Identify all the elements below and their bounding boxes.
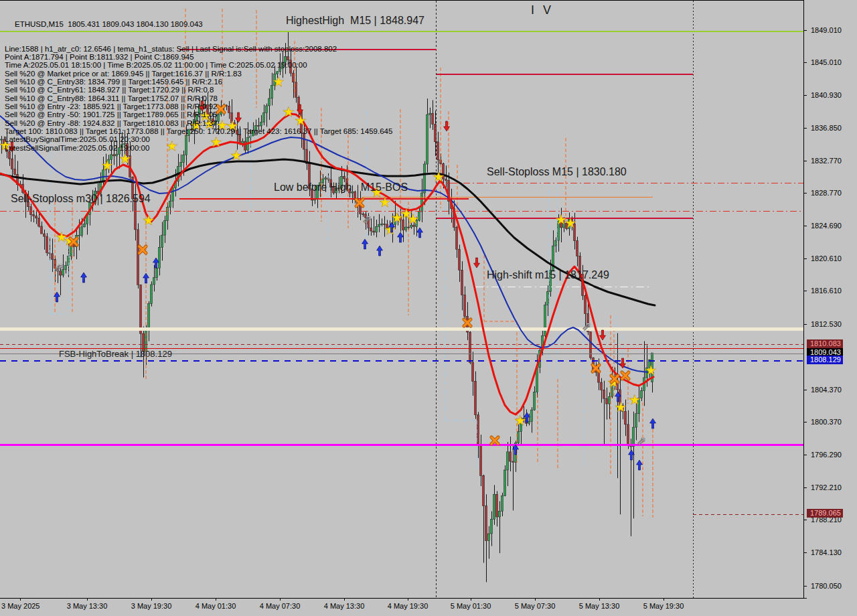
buy-arrow-icon xyxy=(377,246,383,256)
price-tick-label: 1849.010 xyxy=(811,26,842,34)
candle-bear xyxy=(456,227,458,249)
price-tick xyxy=(804,390,807,390)
chart-window: ★★★★★★★★★★★★★★★★★★★★★★★★★★★★★★★⇗⇗⇗⇗ ETHU… xyxy=(0,0,857,616)
time-tick-label: 5 May 13:30 xyxy=(579,602,620,610)
candle-bear xyxy=(38,218,40,226)
price-tick xyxy=(804,193,807,194)
candle-bull xyxy=(493,494,495,519)
candle-bear xyxy=(370,228,372,231)
star-signal-icon: ★ xyxy=(0,137,11,153)
candle-bear xyxy=(244,141,246,150)
buy-arrow-icon xyxy=(398,232,404,242)
candle-bear xyxy=(437,142,439,160)
candle-bull xyxy=(260,122,262,126)
candle-bear xyxy=(46,236,48,253)
price-tick-label: 1800.370 xyxy=(811,418,842,426)
candle-bear xyxy=(512,461,514,462)
candle-bull xyxy=(429,113,431,114)
candle-bear xyxy=(598,372,600,382)
star-signal-icon: ★ xyxy=(514,412,526,429)
time-tick-label: 5 May 07:30 xyxy=(515,602,556,610)
candle-bear xyxy=(464,295,466,317)
candle-bear xyxy=(41,226,43,234)
time-axis[interactable]: 3 May 20253 May 13:303 May 19:304 May 01… xyxy=(0,599,857,616)
time-tick xyxy=(20,599,21,601)
candle-bear xyxy=(627,425,629,445)
price-tick-label: 1780.050 xyxy=(811,582,842,590)
price-tick xyxy=(804,422,807,422)
candle-bull xyxy=(544,305,546,335)
candle-bear xyxy=(35,216,37,218)
star-signal-icon: ★ xyxy=(210,134,222,150)
price-tick xyxy=(804,30,807,31)
candle-bear xyxy=(11,159,13,169)
candle-bear xyxy=(333,187,335,193)
buy-arrow-icon xyxy=(81,273,87,283)
star-signal-icon: ★ xyxy=(295,112,307,129)
candle-bull xyxy=(609,396,611,404)
candle-bear xyxy=(290,60,292,73)
candle-bull xyxy=(534,392,536,410)
time-tick-label: 5 May 01:30 xyxy=(451,602,491,610)
candle-bear xyxy=(44,234,46,236)
candle-bull xyxy=(268,98,270,106)
star-signal-icon: ★ xyxy=(143,212,155,228)
price-tick xyxy=(804,291,807,291)
candle-bull xyxy=(121,145,123,148)
candle-bull xyxy=(151,285,153,303)
buy-arrow-icon xyxy=(637,460,643,470)
candle-bear xyxy=(601,382,603,390)
candle-bull xyxy=(338,188,340,189)
time-tick xyxy=(344,599,345,601)
buy-arrow-icon xyxy=(650,418,656,429)
candle-bull xyxy=(252,131,254,137)
time-tick-label: 3 May 2025 xyxy=(1,602,40,610)
candle-bear xyxy=(480,445,482,476)
price-tick xyxy=(804,161,807,161)
candle-bull xyxy=(555,240,557,246)
price-tick xyxy=(804,226,807,226)
price-level-badge: 1808.129 xyxy=(807,356,843,364)
candle-bull xyxy=(405,227,407,230)
price-tick-label: 1836.850 xyxy=(811,124,842,132)
star-signal-icon: ★ xyxy=(379,194,391,210)
candle-bull xyxy=(78,235,80,236)
candle-bull xyxy=(172,188,174,201)
buy-arrow-icon xyxy=(417,228,423,238)
price-tick xyxy=(804,487,807,488)
time-tick xyxy=(151,599,152,601)
candle-bull xyxy=(81,227,83,235)
price-tick xyxy=(804,586,807,587)
price-chart-canvas[interactable]: ★★★★★★★★★★★★★★★★★★★★★★★★★★★★★★★⇗⇗⇗⇗ xyxy=(0,1,803,599)
time-tick xyxy=(471,599,471,601)
candle-bull xyxy=(204,104,206,106)
price-tick-label: 1845.010 xyxy=(811,58,842,66)
candle-bear xyxy=(485,506,487,541)
candle-bear xyxy=(435,124,437,141)
candle-bull xyxy=(279,68,281,72)
price-tick xyxy=(804,520,807,520)
time-tick xyxy=(87,599,88,601)
price-tick-label: 1828.770 xyxy=(811,189,842,197)
candle-bull xyxy=(282,62,284,68)
price-tick-label: 1792.210 xyxy=(811,483,842,491)
candle-bear xyxy=(469,332,471,362)
star-signal-icon: ★ xyxy=(119,151,131,167)
price-tick-label: 1784.130 xyxy=(811,548,842,556)
candle-bull xyxy=(507,452,509,470)
time-tick xyxy=(664,599,664,601)
star-signal-icon: ★ xyxy=(283,104,295,120)
price-tick-label: 1816.610 xyxy=(811,287,842,295)
candle-bear xyxy=(303,133,305,149)
candle-bull xyxy=(116,154,118,155)
time-tick xyxy=(216,599,216,601)
candle-bull xyxy=(421,193,423,212)
candle-bull xyxy=(341,176,343,188)
candle-bull xyxy=(325,178,327,179)
candle-bull xyxy=(266,106,268,112)
candle-bull xyxy=(518,432,520,443)
candle-bear xyxy=(432,113,434,124)
candle-bear xyxy=(459,249,461,270)
candle-bear xyxy=(33,215,35,216)
price-axis[interactable]: 1849.0101845.0101840.9301836.8501832.770… xyxy=(804,0,857,599)
